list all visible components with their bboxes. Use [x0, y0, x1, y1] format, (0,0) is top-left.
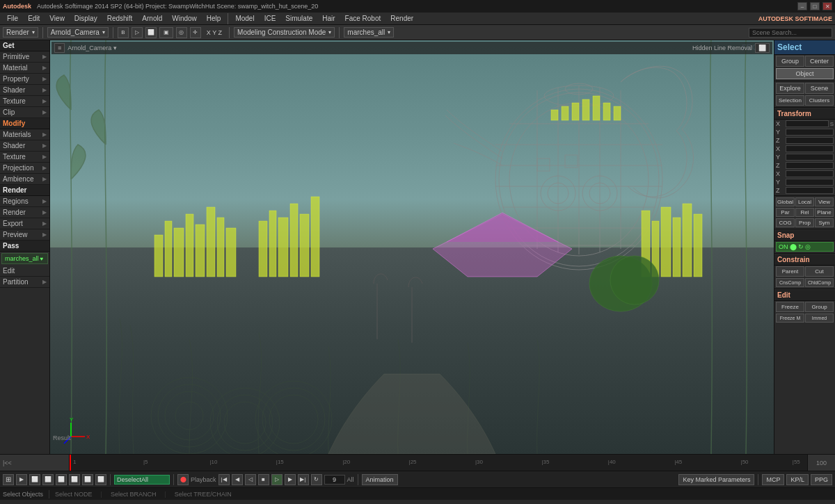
play-fwd-button[interactable]: ▷ [271, 474, 283, 485]
view-button[interactable]: View [815, 197, 834, 206]
animation-button[interactable]: Animation [362, 474, 398, 485]
menu-help[interactable]: Help [202, 13, 225, 24]
mcp-button[interactable]: MCP [762, 474, 784, 485]
group-button[interactable]: Group [776, 56, 804, 67]
render-button[interactable]: Render▶ [0, 207, 49, 218]
object-button[interactable]: Object [776, 68, 834, 79]
freeze-m-button[interactable]: Freeze M [776, 314, 804, 323]
minimize-button[interactable]: – [797, 2, 807, 10]
ambience-button[interactable]: Ambience▶ [0, 174, 49, 185]
viewport-menu[interactable]: ≡ [54, 43, 65, 53]
transform-y-slider-2[interactable] [786, 154, 834, 161]
shader-button-get[interactable]: Shader▶ [0, 85, 49, 96]
menu-arnold[interactable]: Arnold [138, 13, 166, 24]
step-fwd-button[interactable]: ▶ [285, 474, 296, 485]
menu-ice[interactable]: ICE [260, 13, 280, 24]
menu-view[interactable]: View [45, 13, 69, 24]
passes-dropdown[interactable]: marches_all [344, 27, 394, 38]
materials-button[interactable]: Materials▶ [0, 129, 49, 140]
frame-number-input[interactable] [324, 475, 345, 485]
play-start-button[interactable]: |◀ [218, 474, 230, 485]
partition-button[interactable]: Partition▶ [0, 277, 49, 288]
timeline-playhead[interactable] [70, 455, 71, 471]
window-controls[interactable]: – □ ✕ [797, 2, 832, 10]
toolbar-icon-5[interactable]: ◎ [176, 27, 187, 38]
transform-x-slider-1[interactable] [786, 120, 829, 127]
transform-y-slider-3[interactable] [786, 179, 834, 186]
viewport-options[interactable]: ⬜ [755, 43, 770, 53]
close-button[interactable]: ✕ [822, 2, 832, 10]
deselect-all-input[interactable] [114, 475, 170, 485]
record-icon[interactable]: ⬤ [177, 474, 189, 485]
freeze-button[interactable]: Freeze [776, 302, 804, 312]
group-edit-button[interactable]: Group [805, 302, 834, 312]
timeline-ruler[interactable]: 1 |5 |10 |15 |20 |25 |30 |35 |40 |45 |50… [70, 455, 807, 471]
transform-z-slider-3[interactable] [786, 187, 834, 194]
menu-window[interactable]: Window [168, 13, 201, 24]
material-button[interactable]: Material▶ [0, 63, 49, 74]
clip-button[interactable]: Clip▶ [0, 107, 49, 118]
key-marked-params-button[interactable]: Key Marked Parameters [678, 474, 754, 485]
selection-button[interactable]: Selection [776, 95, 804, 106]
rel-button[interactable]: Rel [795, 208, 814, 217]
scene-search-input[interactable] [749, 28, 832, 38]
menu-simulate[interactable]: Simulate [281, 13, 317, 24]
menu-model[interactable]: Model [231, 13, 258, 24]
bc-icon-7[interactable]: ⬜ [82, 474, 93, 485]
menu-redshift[interactable]: Redshift [103, 13, 137, 24]
bottom-controls[interactable]: ⊞ ▶ ⬜ ⬜ ⬜ ⬜ ⬜ ⬜ ⬤ Playback |◀ ◀ ◁ ■ ▷ ▶ … [0, 471, 835, 487]
step-back-button[interactable]: ◀ [232, 474, 243, 485]
stop-button[interactable]: ■ [258, 474, 269, 485]
transform-y-slider-1[interactable] [786, 129, 834, 136]
ppg-button[interactable]: PPG [811, 474, 832, 485]
clusters-button[interactable]: Clusters [805, 95, 834, 106]
cut-button[interactable]: Cut [805, 266, 834, 277]
bc-icon-5[interactable]: ⬜ [56, 474, 67, 485]
kpl-button[interactable]: KP/L [786, 474, 809, 485]
transform-x-slider-3[interactable] [786, 170, 834, 177]
immed-button[interactable]: Immed [805, 314, 834, 323]
bc-icon-4[interactable]: ⬜ [42, 474, 54, 485]
edit-button[interactable]: Edit [0, 266, 49, 277]
bc-icon-8[interactable]: ⬜ [95, 474, 106, 485]
play-back-button[interactable]: ◁ [245, 474, 256, 485]
transform-z-slider-2[interactable] [786, 162, 834, 169]
bc-icon-6[interactable]: ⬜ [69, 474, 80, 485]
toolbar-icon-4[interactable]: ▣ [159, 27, 173, 38]
toolbar[interactable]: Render Arnold_Camera B ▷ ⬜ ▣ ◎ ✛ X Y Z M… [0, 25, 835, 40]
snap-icon-2[interactable]: ↻ [798, 243, 804, 250]
prop-button[interactable]: Prop [795, 218, 814, 227]
export-button[interactable]: Export▶ [0, 218, 49, 229]
par-button[interactable]: Par [776, 208, 795, 217]
sym-button[interactable]: Sym [815, 218, 834, 227]
toolbar-icon-1[interactable]: B [118, 27, 129, 38]
maximize-button[interactable]: □ [810, 2, 820, 10]
primitive-button[interactable]: Primitive▶ [0, 51, 49, 63]
menu-display[interactable]: Display [70, 13, 102, 24]
texture-button-get[interactable]: Texture▶ [0, 96, 49, 107]
bc-icon-1[interactable]: ⊞ [3, 474, 14, 485]
toolbar-icon-2[interactable]: ▷ [132, 27, 143, 38]
explore-button[interactable]: Explore [776, 83, 804, 94]
menu-hair[interactable]: Hair [318, 13, 339, 24]
viewport[interactable]: X Y ≡ Arnold_Camera ▾ Hidden Line Remova… [50, 40, 774, 454]
toolbar-icon-6[interactable]: ✛ [190, 27, 201, 38]
pass-label[interactable]: marches_all ♥ [1, 253, 48, 264]
camera-dropdown[interactable]: Arnold_Camera [47, 27, 109, 38]
chldcomp-button[interactable]: ChldComp [805, 278, 834, 287]
property-button[interactable]: Property▶ [0, 74, 49, 85]
menu-bar[interactable]: File Edit View Display Redshift Arnold W… [0, 13, 835, 25]
snap-icon-1[interactable]: ⬤ [790, 243, 797, 250]
menu-facerobot[interactable]: Face Robot [341, 13, 385, 24]
cog-button[interactable]: COG [776, 218, 795, 227]
bc-icon-3[interactable]: ⬜ [29, 474, 40, 485]
global-button[interactable]: Global [776, 197, 795, 206]
local-button[interactable]: Local [795, 197, 814, 206]
projection-button[interactable]: Projection▶ [0, 163, 49, 174]
toolbar-icon-3[interactable]: ⬜ [145, 27, 157, 38]
menu-file[interactable]: File [3, 13, 22, 24]
render-mode-dropdown[interactable]: Render [3, 27, 38, 38]
snap-icon-3[interactable]: ◎ [805, 243, 811, 250]
plane-button[interactable]: Plane [815, 208, 834, 217]
transform-z-slider-1[interactable] [786, 137, 834, 144]
